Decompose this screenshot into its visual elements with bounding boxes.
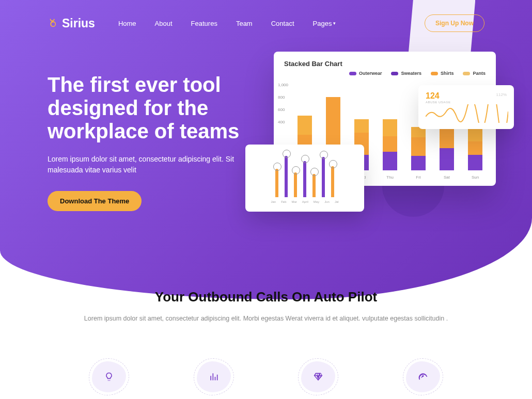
logo-icon	[48, 18, 59, 29]
chart-card-spark: 124 ABUSE USAGE 112%	[418, 85, 514, 129]
nav-team[interactable]: Team	[236, 20, 253, 27]
hero-subtitle: Lorem ipsum dolor sit amet, consectetur …	[48, 154, 244, 175]
nav-features[interactable]: Features	[191, 20, 217, 27]
chart-title: Stacked Bar Chart	[284, 60, 486, 68]
nav-home[interactable]: Home	[118, 20, 136, 27]
feature-diamond[interactable]	[301, 361, 335, 392]
chart-card-mini: JanFebMarAprilMayJunJal	[245, 145, 364, 212]
chevron-down-icon: ▾	[333, 21, 336, 26]
gauge-icon	[418, 372, 428, 382]
feature-analytics[interactable]	[197, 361, 231, 392]
spark-line	[426, 104, 508, 123]
spark-pct: 112%	[496, 92, 507, 97]
hero-title: The first ever tool designed for the wor…	[48, 73, 254, 142]
spark-value: 124	[426, 91, 507, 101]
feature-speed[interactable]	[406, 361, 440, 392]
logo-text: Sirius	[62, 17, 95, 30]
section-title: Your Outbound Calls On Auto Pilot	[21, 289, 511, 305]
section-sub: Lorem ipsum dolor sit amet, consectetur …	[21, 313, 511, 324]
diamond-icon	[313, 372, 323, 382]
spark-sub: ABUSE USAGE	[426, 101, 507, 104]
signup-button[interactable]: Sign Up Now	[425, 14, 484, 32]
main-nav: Sirius Home About Features Team Contact …	[0, 0, 532, 32]
nav-contact[interactable]: Contact	[271, 20, 294, 27]
chart-legend: Outerwear Sweaters Shirts Pants	[284, 71, 486, 76]
nav-about[interactable]: About	[155, 20, 173, 27]
bars-icon	[209, 372, 219, 382]
nav-pages[interactable]: Pages▾	[313, 20, 336, 27]
logo[interactable]: Sirius	[48, 17, 95, 30]
feature-idea[interactable]	[92, 361, 126, 392]
section-outbound: Your Outbound Calls On Auto Pilot Lorem …	[0, 289, 532, 324]
features-row	[0, 361, 532, 392]
bulb-icon	[104, 372, 114, 382]
download-button[interactable]: Download The Theme	[48, 191, 142, 211]
